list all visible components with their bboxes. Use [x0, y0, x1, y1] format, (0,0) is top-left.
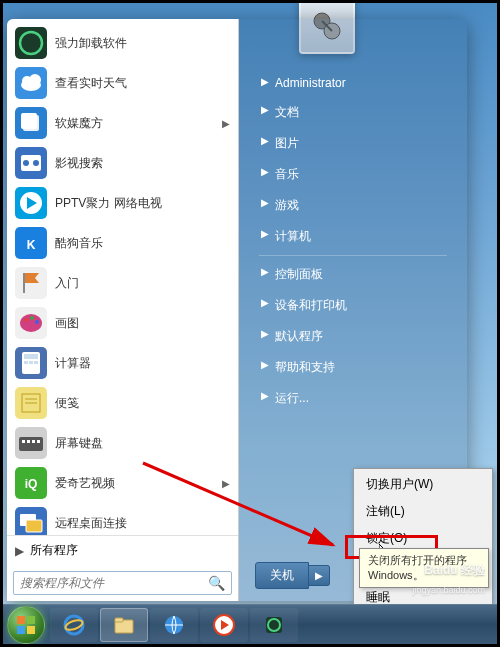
svg-point-15	[33, 160, 39, 166]
program-list: 强力卸载软件查看实时天气软媒魔方▶影视搜索PPTV聚力 网络电视K酷狗音乐入门画…	[7, 19, 238, 535]
right-panel-item-3[interactable]: ▶音乐	[251, 159, 455, 190]
program-item-4[interactable]: PPTV聚力 网络电视	[9, 183, 236, 223]
program-item-3[interactable]: 影视搜索	[9, 143, 236, 183]
svg-rect-29	[24, 354, 38, 359]
taskbar-browser[interactable]	[150, 608, 198, 642]
watermark: Baidu 经验 jingyan.baidu.com	[412, 560, 485, 596]
chevron-right-icon: ▶	[261, 390, 269, 401]
right-panel-item-0[interactable]: ▶Administrator	[251, 69, 455, 97]
right-panel-item-10[interactable]: ▶运行...	[251, 383, 455, 414]
svg-rect-11	[21, 113, 37, 129]
palette-icon	[15, 307, 47, 339]
context-item-1[interactable]: 注销(L)	[356, 498, 490, 525]
taskbar-media[interactable]	[200, 608, 248, 642]
separator	[259, 255, 447, 256]
program-label: 强力卸载软件	[55, 35, 127, 52]
right-panel-item-7[interactable]: ▶设备和打印机	[251, 290, 455, 321]
program-label: 远程桌面连接	[55, 515, 127, 532]
svg-rect-55	[17, 626, 25, 634]
program-label: 查看实时天气	[55, 75, 127, 92]
cube-icon	[15, 107, 47, 139]
program-label: 影视搜索	[55, 155, 103, 172]
chevron-right-icon: ▶	[261, 166, 269, 177]
shield-icon	[15, 27, 47, 59]
chevron-right-icon: ▶	[222, 118, 230, 129]
program-item-9[interactable]: 便笺	[9, 383, 236, 423]
program-label: 画图	[55, 315, 79, 332]
right-panel-item-2[interactable]: ▶图片	[251, 128, 455, 159]
right-panel-item-4[interactable]: ▶游戏	[251, 190, 455, 221]
flag-icon	[15, 267, 47, 299]
program-label: 酷狗音乐	[55, 235, 103, 252]
taskbar-app[interactable]	[250, 608, 298, 642]
context-item-0[interactable]: 切换用户(W)	[356, 471, 490, 498]
svg-rect-54	[27, 616, 35, 624]
svg-text:iQ: iQ	[25, 477, 38, 491]
program-label: 软媒魔方	[55, 115, 103, 132]
chevron-right-icon: ▶	[261, 228, 269, 239]
svg-point-25	[30, 316, 34, 320]
svg-rect-60	[115, 618, 123, 622]
taskbar-explorer[interactable]	[100, 608, 148, 642]
play-icon	[15, 187, 47, 219]
program-item-2[interactable]: 软媒魔方▶	[9, 103, 236, 143]
svg-point-14	[23, 160, 29, 166]
svg-rect-38	[19, 437, 43, 451]
taskbar	[3, 604, 497, 644]
remote-icon	[15, 507, 47, 535]
program-item-12[interactable]: 远程桌面连接	[9, 503, 236, 535]
chevron-right-icon: ▶	[222, 478, 230, 489]
program-label: PPTV聚力 网络电视	[55, 195, 162, 212]
all-programs-label: 所有程序	[30, 542, 78, 559]
svg-rect-39	[22, 440, 25, 443]
chevron-right-icon: ▶	[261, 359, 269, 370]
program-item-5[interactable]: K酷狗音乐	[9, 223, 236, 263]
svg-rect-56	[27, 626, 35, 634]
chevron-right-icon: ▶	[15, 544, 24, 558]
program-item-6[interactable]: 入门	[9, 263, 236, 303]
svg-rect-30	[24, 361, 28, 364]
search-input[interactable]	[20, 576, 208, 590]
chevron-right-icon: ▶	[261, 76, 269, 87]
program-label: 入门	[55, 275, 79, 292]
svg-rect-42	[37, 440, 40, 443]
chevron-right-icon: ▶	[261, 266, 269, 277]
all-programs-button[interactable]: ▶ 所有程序	[7, 535, 238, 565]
chevron-right-icon: ▶	[261, 197, 269, 208]
svg-point-8	[29, 74, 41, 86]
program-item-7[interactable]: 画图	[9, 303, 236, 343]
svg-rect-21	[23, 273, 25, 293]
svg-rect-32	[34, 361, 38, 364]
svg-point-26	[35, 320, 39, 324]
search-box[interactable]: 🔍	[13, 571, 232, 595]
shutdown-menu-button[interactable]: ▶	[309, 565, 330, 586]
right-panel-item-1[interactable]: ▶文档	[251, 97, 455, 128]
k-icon: K	[15, 227, 47, 259]
chevron-right-icon: ▶	[261, 328, 269, 339]
svg-rect-48	[26, 520, 42, 532]
right-panel-item-8[interactable]: ▶默认程序	[251, 321, 455, 352]
program-item-8[interactable]: 计算器	[9, 343, 236, 383]
search-icon: 🔍	[208, 575, 225, 591]
program-item-11[interactable]: iQ爱奇艺视频▶	[9, 463, 236, 503]
program-item-10[interactable]: 屏幕键盘	[9, 423, 236, 463]
chevron-right-icon: ▶	[261, 104, 269, 115]
svg-rect-41	[32, 440, 35, 443]
program-label: 便笺	[55, 395, 79, 412]
svg-point-24	[24, 318, 28, 322]
program-item-0[interactable]: 强力卸载软件	[9, 23, 236, 63]
program-label: 爱奇艺视频	[55, 475, 115, 492]
program-item-1[interactable]: 查看实时天气	[9, 63, 236, 103]
program-label: 屏幕键盘	[55, 435, 103, 452]
right-panel-item-9[interactable]: ▶帮助和支持	[251, 352, 455, 383]
shutdown-button[interactable]: 关机	[255, 562, 309, 589]
svg-text:K: K	[27, 238, 36, 252]
taskbar-ie[interactable]	[50, 608, 98, 642]
start-menu-left-panel: 强力卸载软件查看实时天气软媒魔方▶影视搜索PPTV聚力 网络电视K酷狗音乐入门画…	[7, 19, 239, 601]
film-icon	[15, 147, 47, 179]
right-panel-item-5[interactable]: ▶计算机	[251, 221, 455, 252]
start-button[interactable]	[7, 606, 45, 644]
program-label: 计算器	[55, 355, 91, 372]
right-panel-item-6[interactable]: ▶控制面板	[251, 259, 455, 290]
iqiyi-icon: iQ	[15, 467, 47, 499]
